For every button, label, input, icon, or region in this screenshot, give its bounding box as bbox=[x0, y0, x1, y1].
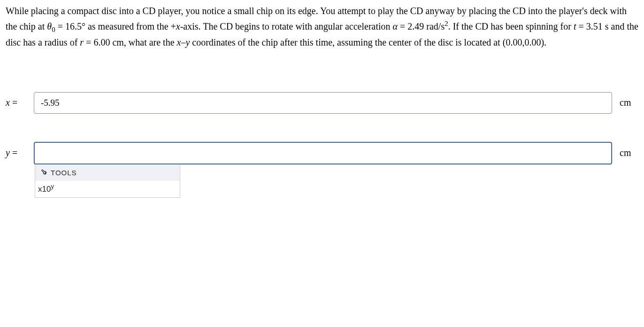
tools-panel: TOOLS x10y bbox=[35, 164, 180, 198]
x-unit: cm bbox=[612, 95, 638, 110]
tools-header: TOOLS bbox=[35, 164, 180, 181]
exponent-tool-button[interactable]: x10y bbox=[35, 181, 180, 197]
answer-row-x: x = cm bbox=[6, 92, 638, 114]
x-input[interactable] bbox=[34, 92, 612, 114]
y-unit: cm bbox=[612, 146, 638, 160]
wrench-icon bbox=[38, 169, 49, 176]
question-text: While placing a compact disc into a CD p… bbox=[6, 4, 638, 50]
y-input[interactable] bbox=[34, 142, 612, 164]
y-label: y = bbox=[6, 146, 34, 160]
answer-row-y: y = cm bbox=[6, 142, 638, 164]
x-label: x = bbox=[6, 95, 34, 110]
